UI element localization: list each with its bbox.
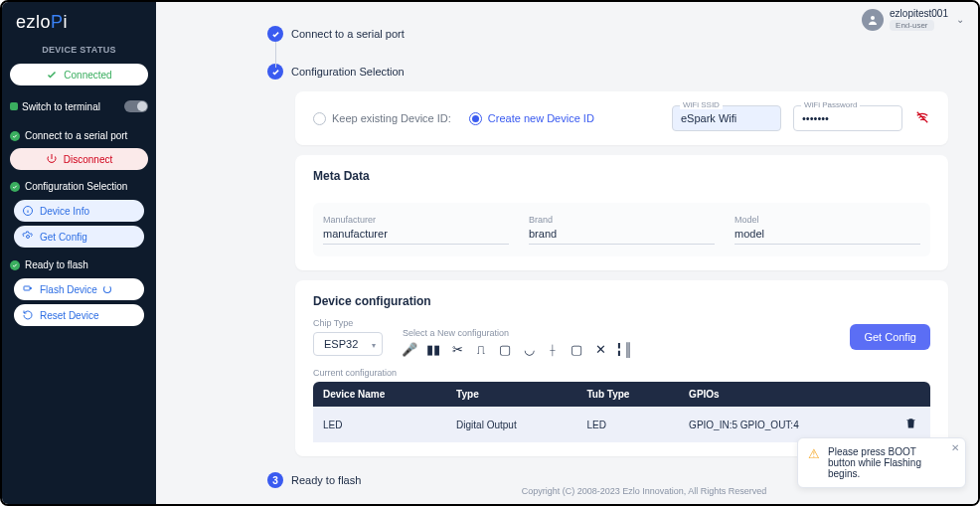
sidebar-connect-header: Connect to a serial port <box>2 126 156 145</box>
check-icon <box>10 260 20 270</box>
cfg-sensor-icon[interactable]: ✂ <box>450 342 464 356</box>
sidebar-section-status: DEVICE STATUS <box>2 41 156 61</box>
cfg-x-icon[interactable]: ✕ <box>593 342 607 356</box>
cfg-mic-icon[interactable]: 🎤 <box>403 342 416 356</box>
trash-icon <box>904 417 917 429</box>
user-name: ezlopitest001 <box>890 8 948 19</box>
device-info-button[interactable]: Device Info <box>14 200 144 222</box>
model-value[interactable]: model <box>735 228 920 245</box>
close-toast-button[interactable]: ✕ <box>951 442 959 453</box>
caret-down-icon: ▾ <box>372 341 376 350</box>
meta-data-card: Meta Data Manufacturer manufacturer Bran… <box>295 155 948 270</box>
device-id-card: Keep existing Device ID: Create new Devi… <box>295 91 948 145</box>
cfg-antenna-icon[interactable]: ⟊ <box>546 342 560 356</box>
device-config-card: Device configuration Chip Type ESP32 ▾ S… <box>295 280 948 456</box>
meta-title: Meta Data <box>313 169 930 183</box>
terminal-toggle[interactable] <box>124 100 148 112</box>
col-gpios: GPIOs <box>679 382 891 407</box>
chevron-down-icon: ⌄ <box>956 14 964 25</box>
radio-selected-icon <box>469 112 482 125</box>
svg-point-1 <box>27 236 30 239</box>
main-area: ezlopitest001 End-user ⌄ Connect to a se… <box>156 2 978 504</box>
user-icon <box>867 14 879 26</box>
cell-name: LED <box>313 407 446 442</box>
current-config-label: Current configuration <box>313 368 930 378</box>
spinner-icon <box>103 285 111 293</box>
radio-create-new[interactable]: Create new Device ID <box>469 112 594 125</box>
svg-point-3 <box>871 16 875 20</box>
brand-label: Brand <box>529 215 715 225</box>
wifi-off-icon <box>914 110 930 127</box>
cfg-tools-icon[interactable]: ╏║ <box>617 342 631 356</box>
cell-tub: LED <box>576 407 679 442</box>
check-icon <box>10 131 20 141</box>
toast-notification: ⚠ Please press BOOT button while Flashin… <box>797 437 966 488</box>
disconnect-button[interactable]: Disconnect <box>10 148 148 170</box>
reset-device-button[interactable]: Reset Device <box>14 304 144 326</box>
wifi-ssid-label: WiFi SSID <box>680 100 723 109</box>
toast-message: Please press BOOT button while Flashing … <box>828 446 937 479</box>
flash-icon <box>22 283 34 295</box>
model-label: Model <box>735 215 920 225</box>
check-icon <box>10 182 20 192</box>
cfg-display-icon[interactable]: ▢ <box>498 342 512 356</box>
switch-terminal-label: Switch to terminal <box>22 101 100 112</box>
get-config-button-main[interactable]: Get Config <box>850 324 930 350</box>
cell-type: Digital Output <box>446 407 576 442</box>
svg-rect-2 <box>24 286 30 290</box>
info-icon <box>22 205 34 217</box>
sidebar: ezloPi DEVICE STATUS Connected Switch to… <box>2 2 156 504</box>
manufacturer-label: Manufacturer <box>323 215 509 225</box>
flash-device-button[interactable]: Flash Device <box>14 278 144 300</box>
connected-label: Connected <box>64 70 111 81</box>
cfg-signal-icon[interactable]: ⎍ <box>474 342 488 356</box>
warning-icon: ⚠ <box>808 446 820 479</box>
step-3-badge: 3 <box>267 472 283 488</box>
cfg-chip-icon[interactable]: ▮▮ <box>426 342 440 356</box>
check-icon <box>267 26 283 42</box>
sidebar-config-header: Configuration Selection <box>2 177 156 196</box>
user-role-badge: End-user <box>890 20 933 31</box>
select-new-label: Select a New configuration <box>403 328 631 338</box>
config-table: Device Name Type Tub Type GPIOs LED Digi… <box>313 382 930 442</box>
wifi-password-label: WiFi Password <box>801 100 860 109</box>
sidebar-flash-header: Ready to flash <box>2 255 156 274</box>
get-config-button[interactable]: Get Config <box>14 226 144 248</box>
radio-icon <box>313 112 326 125</box>
power-icon <box>46 153 58 165</box>
status-connected-pill: Connected <box>10 64 148 85</box>
cfg-bowl-icon[interactable]: ◡ <box>522 342 536 356</box>
chip-type-label: Chip Type <box>313 318 383 328</box>
cfg-monitor-icon[interactable]: ▢ <box>570 342 583 356</box>
manufacturer-value[interactable]: manufacturer <box>323 228 509 245</box>
reset-icon <box>22 309 34 321</box>
status-lamp-icon <box>10 102 18 110</box>
step-config: Configuration Selection <box>267 58 978 85</box>
device-config-title: Device configuration <box>313 294 930 308</box>
check-icon <box>46 69 58 81</box>
col-type: Type <box>446 382 576 407</box>
col-device-name: Device Name <box>313 382 446 407</box>
brand-value[interactable]: brand <box>529 228 715 245</box>
user-menu[interactable]: ezlopitest001 End-user ⌄ <box>862 8 964 31</box>
radio-keep-existing[interactable]: Keep existing Device ID: <box>313 112 451 125</box>
switch-terminal-row[interactable]: Switch to terminal <box>2 94 156 118</box>
col-tub-type: Tub Type <box>576 382 679 407</box>
gear-icon <box>22 231 34 243</box>
avatar <box>862 9 884 31</box>
chip-type-select[interactable]: ESP32 ▾ <box>313 332 383 356</box>
brand-logo: ezloPi <box>2 2 156 41</box>
